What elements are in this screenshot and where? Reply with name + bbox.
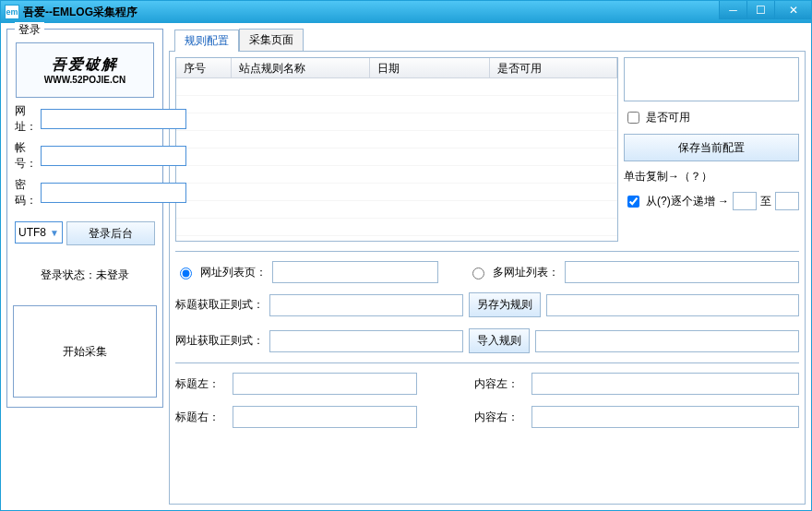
increment-checkbox[interactable] [627, 196, 639, 208]
tab-rule-config[interactable]: 规则配置 [174, 30, 239, 52]
save-config-button[interactable]: 保存当前配置 [624, 134, 799, 161]
title-right-label: 标题右： [175, 410, 227, 425]
increment-label: 从(?)逐个递增 → [646, 194, 729, 209]
encoding-select[interactable]: UTF8 ▼ [15, 221, 63, 244]
usable-label: 是否可用 [646, 110, 690, 125]
url-list-label: 网址列表页： [200, 265, 267, 280]
maximize-button[interactable]: ☐ [746, 1, 774, 19]
increment-to-input[interactable] [775, 192, 799, 210]
multi-url-radio[interactable] [472, 267, 484, 279]
login-status: 登录状态：未登录 [13, 249, 157, 302]
close-button[interactable]: ✕ [774, 1, 811, 19]
url-regex-label: 网址获取正则式： [175, 333, 264, 349]
status-label: 登录状态： [41, 268, 96, 281]
title-left-input[interactable] [233, 373, 417, 395]
rule-grid[interactable]: 序号 站点规则名称 日期 是否可用 [175, 57, 618, 242]
title-regex-input[interactable] [269, 294, 463, 316]
preview-box [624, 57, 799, 101]
content-left-label: 内容左： [474, 376, 526, 392]
col-rule-name: 站点规则名称 [232, 58, 370, 77]
url-label: 网址： [15, 103, 37, 135]
title-left-label: 标题左： [175, 376, 227, 392]
url-input[interactable] [41, 109, 186, 129]
tab-collect-page[interactable]: 采集页面 [239, 29, 304, 51]
user-input[interactable] [41, 146, 186, 166]
app-window: em 吾爱--EMLOG采集程序 ─ ☐ ✕ 登录 吾爱破解 WWW.52POJ… [0, 0, 812, 511]
start-collect-button[interactable]: 开始采集 [63, 344, 107, 360]
login-group: 登录 吾爱破解 WWW.52POJIE.CN 网址： 帐号： 密码： [6, 29, 163, 408]
title-right-input[interactable] [233, 406, 417, 428]
minimize-button[interactable]: ─ [719, 1, 746, 19]
url-regex-input[interactable] [269, 330, 463, 352]
user-label: 帐号： [15, 140, 37, 172]
content-left-input[interactable] [531, 373, 799, 395]
logo: 吾爱破解 WWW.52POJIE.CN [16, 42, 154, 98]
pass-input[interactable] [41, 183, 186, 203]
logo-text: 吾爱破解 [52, 55, 118, 75]
grid-body [176, 78, 617, 241]
col-index: 序号 [176, 58, 232, 77]
grid-header: 序号 站点规则名称 日期 是否可用 [176, 58, 617, 78]
titlebar: em 吾爱--EMLOG采集程序 ─ ☐ ✕ [1, 1, 811, 23]
window-title: 吾爱--EMLOG采集程序 [23, 5, 719, 20]
to-label: 至 [760, 194, 771, 209]
content-right-input[interactable] [531, 406, 799, 428]
app-icon: em [5, 5, 19, 19]
rule-extra-input-2[interactable] [535, 330, 799, 352]
login-legend: 登录 [15, 22, 44, 38]
chevron-down-icon: ▼ [50, 228, 59, 238]
col-date: 日期 [370, 58, 490, 77]
pass-label: 密码： [15, 177, 37, 208]
rule-extra-input-1[interactable] [546, 294, 799, 316]
title-regex-label: 标题获取正则式： [175, 297, 264, 313]
increment-from-input[interactable] [733, 192, 757, 210]
usable-checkbox[interactable] [627, 112, 639, 124]
content-right-label: 内容右： [474, 410, 526, 425]
multi-url-input[interactable] [565, 261, 799, 283]
url-list-radio[interactable] [180, 267, 192, 279]
multi-url-label: 多网址列表： [493, 265, 559, 280]
col-usable: 是否可用 [490, 58, 617, 77]
save-as-rule-button[interactable]: 另存为规则 [469, 292, 541, 317]
logo-subtext: WWW.52POJIE.CN [44, 75, 125, 85]
copy-hint: 单击复制→（？） [624, 169, 799, 184]
url-list-input[interactable] [272, 261, 438, 283]
login-button[interactable]: 登录后台 [66, 221, 155, 245]
status-value: 未登录 [96, 268, 129, 281]
encoding-value: UTF8 [18, 226, 46, 239]
import-rule-button[interactable]: 导入规则 [469, 328, 530, 353]
